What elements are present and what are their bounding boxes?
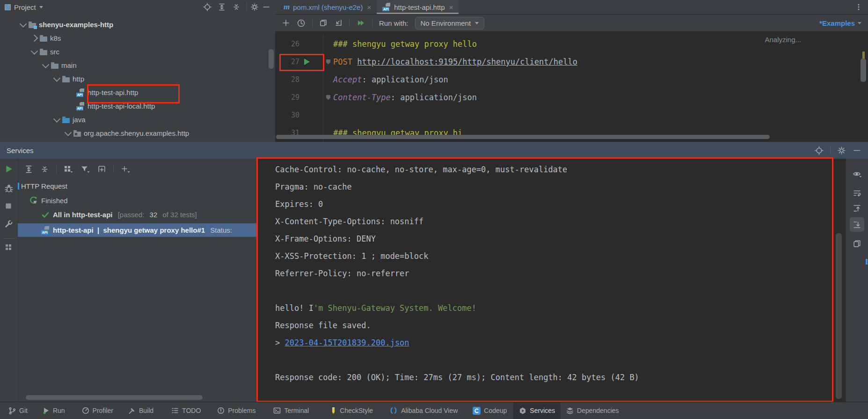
preview-eye-icon[interactable]	[853, 170, 862, 179]
expand-all-icon[interactable]	[218, 3, 226, 11]
collapse-all-icon[interactable]	[40, 165, 49, 174]
console-vertical-scrollbar[interactable]	[836, 233, 842, 399]
tab-options-icon[interactable]	[849, 0, 868, 14]
code-line-27: 27 POST http://localhost:9195/http/sheny…	[275, 53, 868, 71]
expand-all-icon[interactable]	[24, 165, 33, 174]
group-by-icon[interactable]	[64, 165, 73, 174]
chevron-down-icon[interactable]	[20, 20, 27, 28]
open-log-icon[interactable]	[334, 19, 343, 27]
package-icon	[73, 132, 81, 137]
test-summary-row[interactable]: All in http-test-api [passed: 32 of 32 t…	[18, 208, 280, 221]
toolbar-item-codeup[interactable]: Codeup	[473, 402, 507, 419]
toolbar-item-todo[interactable]: TODO	[171, 402, 201, 419]
copy-icon[interactable]	[319, 19, 328, 27]
response-console[interactable]: Cache-Control: no-cache, no-store, max-a…	[256, 159, 846, 402]
toolbar-item-dependencies[interactable]: Dependencies	[566, 402, 619, 419]
run-all-icon[interactable]	[356, 19, 365, 27]
tree-item-k8s[interactable]: k8s	[0, 31, 275, 45]
editor-horizontal-scrollbar[interactable]	[276, 135, 770, 139]
toolbar-item-run[interactable]: Run	[43, 402, 65, 419]
chevron-down-icon[interactable]	[39, 6, 43, 8]
toolbar-item-terminal[interactable]: Terminal	[273, 402, 309, 419]
toolbar-item-profiler[interactable]: Profiler	[82, 402, 113, 419]
toolbar-item-alibaba-cloud-view[interactable]: Alibaba Cloud View	[389, 402, 458, 419]
collapse-all-icon[interactable]	[232, 3, 241, 11]
tree-item-java[interactable]: java	[0, 113, 275, 126]
toolbar-item-problems[interactable]: Problems	[217, 402, 255, 419]
hide-panel-icon[interactable]	[262, 3, 270, 11]
new-window-icon[interactable]	[97, 165, 106, 174]
chevron-down-icon[interactable]	[31, 47, 38, 55]
add-service-icon[interactable]	[121, 165, 131, 174]
chevron-right-icon[interactable]	[31, 35, 38, 42]
scroll-to-end-icon[interactable]	[853, 221, 861, 229]
tree-item-http-test-api-local[interactable]: http-test-api-local.http	[0, 99, 275, 113]
services-header: Services	[0, 142, 868, 159]
toolbar-item-checkstyle[interactable]: CheckStyle	[330, 402, 373, 419]
gear-icon[interactable]	[837, 146, 846, 155]
scroll-to-top-icon[interactable]	[853, 204, 861, 213]
request-url[interactable]: http://localhost:9195/http/shenyu/client…	[357, 57, 577, 66]
chevron-down-icon[interactable]	[65, 129, 72, 136]
tree-item-label: shenyu-examples-http	[39, 21, 113, 29]
toolbar-item-label: Alibaba Cloud View	[401, 407, 458, 414]
chevron-down-icon[interactable]	[53, 74, 61, 82]
services-body: HTTP Request Finished All in http-test-a…	[0, 159, 868, 402]
environment-select[interactable]: No Environment	[415, 17, 485, 29]
fold-marker-icon[interactable]	[326, 95, 330, 100]
toolbar-item-git[interactable]: Git	[8, 402, 28, 419]
chevron-down-icon[interactable]	[42, 61, 50, 68]
response-file-link[interactable]: 2023-04-15T201839.200.json	[284, 338, 409, 347]
project-vertical-scrollbar[interactable]	[269, 49, 274, 69]
tree-item-src[interactable]: src	[0, 45, 275, 59]
body-text: hello! I	[275, 303, 314, 313]
services-status-row[interactable]: Finished	[18, 194, 268, 207]
copy-icon[interactable]	[853, 239, 861, 248]
project-folder-icon	[29, 23, 36, 28]
soft-wrap-icon[interactable]	[853, 189, 861, 198]
tab-label: http-test-api.http	[394, 3, 445, 11]
toolbar-item-build[interactable]: Build	[128, 402, 153, 419]
close-icon[interactable]: ×	[449, 3, 453, 11]
toolbar-item-services[interactable]: Services	[513, 402, 561, 419]
hide-panel-icon[interactable]	[853, 146, 861, 155]
tree-item-package[interactable]: org.apache.shenyu.examples.http	[0, 126, 275, 140]
tab-http-test-api[interactable]: http-test-api.http ×	[377, 0, 459, 14]
profiler-icon	[82, 407, 89, 414]
run-icon[interactable]	[4, 164, 14, 174]
stop-icon[interactable]	[4, 202, 13, 210]
tree-item-http[interactable]: http	[0, 72, 275, 86]
history-icon[interactable]	[297, 19, 306, 28]
tree-item-http-test-api[interactable]: http-test-api.http	[0, 86, 275, 99]
blank-line	[256, 352, 846, 369]
project-panel-title[interactable]: Project	[14, 3, 36, 11]
summary-label: All in http-test-api	[53, 211, 113, 219]
tree-horizontal-scrollbar[interactable]	[26, 395, 203, 400]
divider	[56, 165, 57, 173]
run-configuration[interactable]: *Examples	[819, 19, 861, 27]
response-header-line: Expires: 0	[256, 196, 846, 213]
divider	[349, 19, 350, 27]
selected-request-row[interactable]: http-test-api | shengyu getway proxy hel…	[18, 223, 280, 237]
tree-item-main[interactable]: main	[0, 59, 275, 72]
locate-file-icon[interactable]	[815, 146, 824, 155]
add-request-icon[interactable]	[282, 19, 290, 27]
tree-item-project-root[interactable]: shenyu-examples-http	[0, 18, 275, 31]
debug-icon[interactable]	[4, 184, 14, 193]
close-icon[interactable]: ×	[367, 3, 371, 11]
code-editor[interactable]: 26 ### shengyu getway proxy hello 27 POS…	[275, 31, 868, 142]
editor-vertical-scrollbar[interactable]	[861, 59, 866, 82]
wrench-icon[interactable]	[4, 220, 13, 228]
services-root-row[interactable]: HTTP Request	[18, 179, 260, 193]
locate-file-icon[interactable]	[203, 3, 212, 11]
gear-icon[interactable]	[250, 3, 259, 11]
chevron-down-icon[interactable]	[53, 115, 61, 123]
tab-pom-xml[interactable]: m pom.xml (shenyu-e2e) ×	[278, 0, 377, 14]
spacer	[69, 104, 73, 108]
filter-icon[interactable]	[80, 165, 90, 174]
fold-marker-icon[interactable]	[326, 59, 330, 65]
stripe-marker	[866, 259, 868, 265]
run-request-icon[interactable]	[304, 59, 310, 65]
body-string: 'm Shenyu-Gateway System. Welcome!	[314, 303, 476, 313]
dashboard-icon[interactable]	[4, 243, 13, 251]
